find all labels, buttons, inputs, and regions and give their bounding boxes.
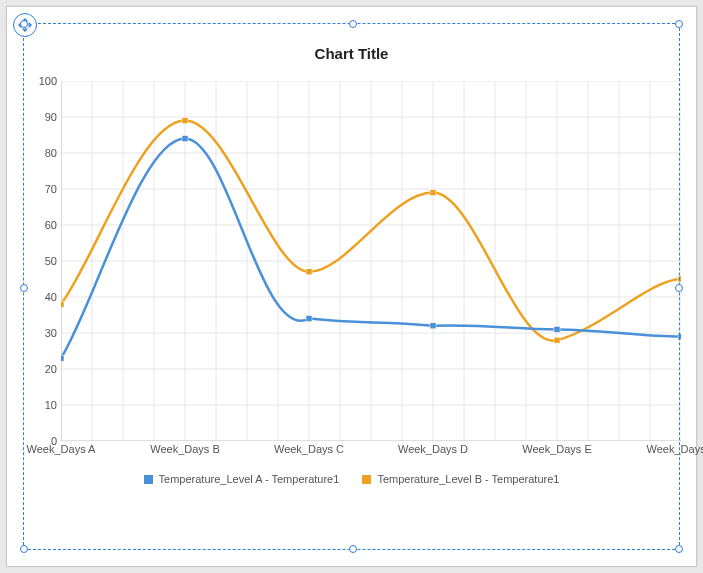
x-tick: Week_Days D [398,443,468,455]
y-axis-ticks: 0 10 20 30 40 50 60 70 80 90 100 [27,81,57,441]
legend-item-b: Temperature_Level B - Temperature1 [362,473,559,485]
svg-rect-37 [61,301,64,307]
y-tick: 100 [27,75,57,87]
resize-handle-br[interactable] [675,545,683,553]
legend: Temperature_Level A - Temperature1 Tempe… [7,473,696,486]
svg-rect-36 [678,334,681,340]
legend-label-b: Temperature_Level B - Temperature1 [377,473,559,485]
x-tick: Week_Days F [647,443,703,455]
resize-handle-tr[interactable] [675,20,683,28]
y-tick: 80 [27,147,57,159]
resize-handle-bl[interactable] [20,545,28,553]
svg-rect-35 [554,326,560,332]
y-tick: 40 [27,291,57,303]
y-tick: 30 [27,327,57,339]
resize-handle-tc[interactable] [349,20,357,28]
svg-rect-32 [182,136,188,142]
x-tick: Week_Days B [150,443,220,455]
legend-swatch-a [144,475,153,484]
resize-handle-tl[interactable] [20,20,28,28]
x-tick: Week_Days C [274,443,344,455]
svg-rect-33 [306,316,312,322]
y-tick: 50 [27,255,57,267]
plot-area [61,81,681,441]
svg-rect-41 [554,337,560,343]
x-tick: Week_Days E [522,443,592,455]
legend-label-a: Temperature_Level A - Temperature1 [159,473,340,485]
y-tick: 60 [27,219,57,231]
legend-swatch-b [362,475,371,484]
legend-item-a: Temperature_Level A - Temperature1 [144,473,340,485]
move-handle-icon[interactable] [13,13,37,37]
chart-container[interactable]: Chart Title [6,6,697,567]
y-tick: 90 [27,111,57,123]
svg-rect-34 [430,323,436,329]
svg-rect-38 [182,118,188,124]
y-tick: 20 [27,363,57,375]
y-tick: 70 [27,183,57,195]
svg-rect-31 [61,355,64,361]
x-tick: Week_Days A [27,443,96,455]
svg-rect-40 [430,190,436,196]
y-tick: 10 [27,399,57,411]
resize-handle-bc[interactable] [349,545,357,553]
x-axis-ticks: Week_Days A Week_Days B Week_Days C Week… [61,443,681,463]
chart-title: Chart Title [7,45,696,62]
svg-rect-39 [306,269,312,275]
svg-rect-42 [678,276,681,282]
